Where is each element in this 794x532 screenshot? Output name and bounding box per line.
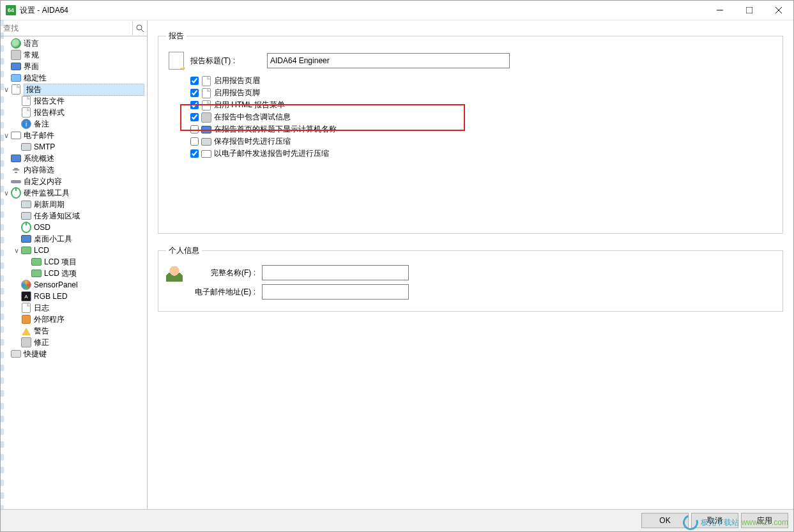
- tree-item[interactable]: 稳定性: [1, 72, 147, 84]
- tree-item[interactable]: 日志: [1, 302, 147, 314]
- cancel-button[interactable]: 取消: [691, 513, 738, 528]
- report-option-label: 保存报告时先进行压缩: [214, 136, 291, 147]
- tree-item-label: LCD 选项: [44, 268, 144, 279]
- tree-item[interactable]: 自定义内容: [1, 176, 147, 187]
- report-group-title: 报告: [166, 31, 187, 42]
- ic-lcd-icon: [21, 245, 31, 255]
- full-name-input[interactable]: [262, 265, 409, 280]
- user-icon: [166, 265, 187, 296]
- tree-item[interactable]: 语言: [1, 38, 147, 49]
- report-option-label: 在报告中包含调试信息: [214, 112, 291, 123]
- ic-doc-icon: [201, 100, 211, 110]
- maximize-button[interactable]: [735, 1, 764, 20]
- tree-item[interactable]: SMTP: [1, 141, 147, 153]
- tree-item[interactable]: 系统概述: [1, 153, 147, 164]
- tree-item-label: 界面: [24, 61, 144, 72]
- ic-disk-icon: [201, 137, 211, 147]
- report-option-checkbox[interactable]: [190, 89, 199, 97]
- tree-item[interactable]: i备注: [1, 118, 147, 130]
- report-group: 报告 报告标题(T) : 启用报告页眉启用报告页脚启用 HTML 报告菜单在报告…: [158, 31, 783, 234]
- minimize-button[interactable]: [705, 1, 735, 20]
- report-option-checkbox[interactable]: [190, 125, 199, 133]
- tree-item-label: 内容筛选: [24, 165, 144, 176]
- ic-rgb-icon: A: [21, 291, 31, 301]
- tree-item-label: LCD: [34, 246, 144, 255]
- tree-item[interactable]: 任务通知区域: [1, 210, 147, 222]
- report-option-label: 以电子邮件发送报告时先进行压缩: [214, 148, 329, 159]
- ic-doc-icon: [201, 76, 211, 86]
- ic-lcd-icon: [31, 257, 42, 267]
- search-button[interactable]: [132, 21, 147, 35]
- tree-item[interactable]: 桌面小工具: [1, 233, 147, 245]
- ic-mon-icon: [11, 153, 21, 163]
- close-button[interactable]: [764, 1, 793, 20]
- svg-line-5: [141, 29, 144, 32]
- report-option-row: 启用报告页脚: [190, 87, 775, 99]
- ic-doc-icon: [21, 303, 31, 313]
- tree-item[interactable]: 常规: [1, 49, 147, 61]
- report-icon: [166, 50, 187, 71]
- tree-item[interactable]: 内容筛选: [1, 164, 147, 176]
- expand-icon[interactable]: ∨: [12, 247, 21, 255]
- report-option-row: 保存报告时先进行压缩: [190, 135, 775, 148]
- report-title-label: 报告标题(T) :: [190, 56, 267, 66]
- search-input[interactable]: [1, 22, 132, 34]
- tree-item[interactable]: ∨LCD: [1, 245, 147, 256]
- tree-item[interactable]: LCD 项目: [1, 256, 147, 268]
- window-title: 设置 - AIDA64: [20, 5, 68, 16]
- tree-item-label: 报告: [24, 84, 144, 96]
- report-option-checkbox[interactable]: [190, 137, 199, 146]
- ic-bar-icon: [11, 176, 21, 186]
- tree-item[interactable]: SensorPanel: [1, 279, 147, 291]
- tree-item-label: 报告文件: [34, 96, 144, 107]
- tree-item[interactable]: ∨报告: [1, 84, 147, 95]
- tree-item[interactable]: 报告样式: [1, 107, 147, 118]
- ic-filter-icon: [11, 165, 21, 175]
- tree-item-label: OSD: [34, 223, 144, 232]
- ic-disk-icon: [21, 211, 31, 221]
- full-name-label: 完整名称(F) :: [187, 268, 256, 278]
- tree-item-label: 快捷键: [24, 349, 144, 360]
- tree-item[interactable]: 快捷键: [1, 348, 147, 360]
- tree-item[interactable]: 修正: [1, 337, 147, 348]
- tree-item[interactable]: 报告文件: [1, 95, 147, 107]
- tree-item[interactable]: 刷新周期: [1, 199, 147, 210]
- apply-button[interactable]: 应用: [741, 513, 788, 528]
- ic-doc-icon: [11, 84, 21, 95]
- tree-item-label: SMTP: [34, 142, 144, 151]
- email-input[interactable]: [262, 284, 409, 300]
- tree-item-label: 自定义内容: [24, 176, 144, 187]
- tree-item[interactable]: OSD: [1, 222, 147, 233]
- report-title-input[interactable]: [267, 53, 510, 68]
- ic-key-icon: [11, 349, 21, 359]
- ic-circle-icon: [11, 188, 21, 198]
- tree-item[interactable]: 界面: [1, 61, 147, 72]
- app-icon: 64: [6, 5, 16, 15]
- tree-item-label: 常规: [24, 50, 144, 61]
- report-option-row: 启用 HTML 报告菜单: [190, 99, 775, 111]
- ic-mon-icon: [11, 61, 21, 72]
- report-option-label: 启用 HTML 报告菜单: [214, 100, 285, 110]
- report-option-row: 在报告中包含调试信息: [190, 111, 775, 123]
- ic-doc-icon: [21, 107, 31, 118]
- tree-item-label: 系统概述: [24, 153, 144, 164]
- report-option-checkbox[interactable]: [190, 113, 199, 121]
- ok-button[interactable]: OK: [641, 513, 689, 528]
- report-option-row: 以电子邮件发送报告时先进行压缩: [190, 148, 775, 160]
- tree-item-label: 警告: [34, 326, 144, 337]
- tree-item[interactable]: ARGB LED: [1, 291, 147, 302]
- tree-item-label: 备注: [34, 119, 144, 130]
- tree-item[interactable]: ∨硬件监视工具: [1, 187, 147, 199]
- tree-item-label: 日志: [34, 303, 144, 314]
- tree-item-label: 修正: [34, 337, 144, 348]
- report-option-row: 启用报告页眉: [190, 75, 775, 87]
- email-label: 电子邮件地址(E) :: [187, 287, 256, 298]
- tree-item[interactable]: LCD 选项: [1, 268, 147, 279]
- report-option-checkbox[interactable]: [190, 101, 199, 109]
- report-option-checkbox[interactable]: [190, 77, 199, 85]
- tree-item-label: 任务通知区域: [34, 211, 144, 222]
- report-option-checkbox[interactable]: [190, 149, 199, 158]
- tree-item[interactable]: ∨电子邮件: [1, 130, 147, 141]
- tree-item[interactable]: 警告: [1, 325, 147, 337]
- ic-mon-icon: [21, 234, 31, 244]
